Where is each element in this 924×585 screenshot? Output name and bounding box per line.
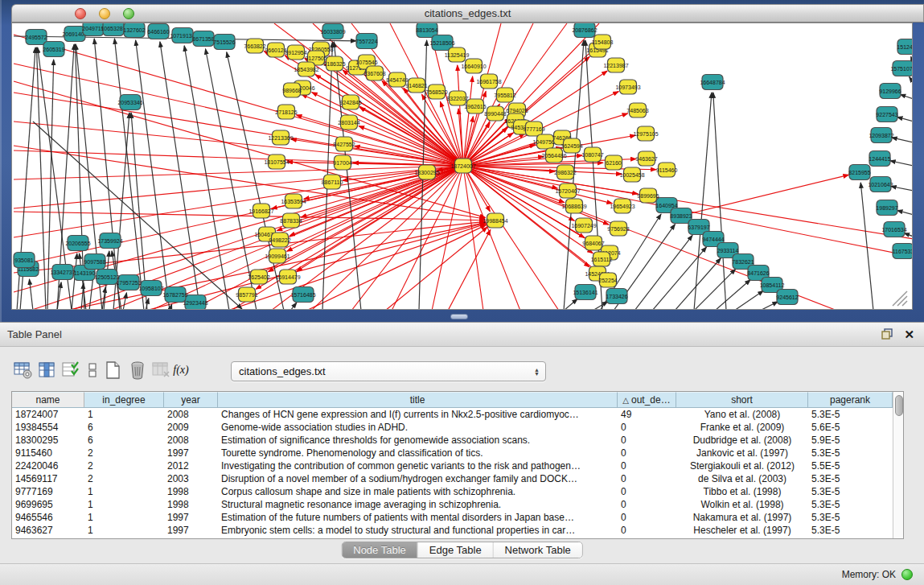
table-scrollbar[interactable] [893, 392, 903, 538]
close-window-icon[interactable] [75, 8, 86, 19]
column-header-name[interactable]: name [12, 392, 84, 407]
row-height-icon[interactable] [84, 359, 101, 381]
network-node[interactable]: 9756928 [607, 221, 629, 236]
table-row[interactable]: 1938455462009Genome-wide association stu… [12, 421, 893, 434]
panel-splitter-handle[interactable] [450, 314, 468, 319]
network-node[interactable]: 1733426 [606, 289, 627, 304]
citation-network-graph[interactable]: 2495572260531920691406204971910653287132… [12, 23, 913, 310]
table-row[interactable]: 977716911998Corpus callosum shape and si… [12, 485, 893, 498]
network-node[interactable]: 62160 [606, 155, 622, 170]
network-view-canvas[interactable]: 2495572260531920691406204971910653287132… [11, 23, 913, 310]
network-node[interactable]: 12213369 [268, 130, 293, 145]
network-node[interactable]: 1615112 [591, 252, 613, 266]
network-node[interactable]: 917004 [333, 155, 351, 170]
network-node[interactable]: 1167533 [893, 244, 913, 259]
network-node[interactable]: 13342737 [50, 265, 75, 280]
network-node[interactable]: 7485063 [626, 103, 648, 117]
network-node[interactable]: 2986322 [554, 165, 576, 179]
new-table-icon[interactable] [101, 359, 125, 381]
network-node[interactable]: 7568520 [425, 84, 447, 99]
network-node[interactable]: 7663822 [244, 39, 265, 53]
network-node[interactable]: 2495572 [25, 30, 47, 45]
delete-rows-icon[interactable] [125, 359, 150, 381]
network-node[interactable]: 9227543 [876, 107, 897, 122]
network-node[interactable]: 18107554 [264, 154, 289, 169]
network-node[interactable]: 19654923 [610, 199, 634, 213]
network-node[interactable]: 1080747 [581, 147, 603, 162]
table-select-dropdown[interactable]: citations_edges.txt ▲▼ [231, 361, 546, 381]
close-panel-icon[interactable]: ✕ [904, 328, 914, 340]
network-node[interactable]: 3624594 [561, 138, 582, 153]
network-node[interactable]: 9498222 [269, 233, 290, 247]
network-node[interactable]: 15751074 [890, 61, 913, 76]
network-node[interactable]: 17359924 [97, 233, 122, 249]
network-node[interactable]: 16961758 [476, 74, 501, 89]
network-node[interactable]: 10958107 [138, 281, 163, 296]
network-node[interactable]: 1154808 [592, 35, 614, 49]
network-node[interactable]: 9660124 [265, 43, 286, 57]
network-node[interactable]: 19099461 [265, 249, 290, 263]
network-node[interactable]: 2803144 [338, 115, 359, 130]
table-row[interactable]: 1456911722003Disruption of a novel membe… [12, 472, 893, 485]
column-header-pagerank[interactable]: pagerank [808, 392, 893, 407]
table-row[interactable]: 911546021997Tourette syndrome. Phenomeno… [12, 447, 893, 459]
column-header-short[interactable]: short [676, 392, 808, 407]
column-header-year[interactable]: year [164, 392, 218, 407]
table-row[interactable]: 946362711997Embryonic stem cells: a mode… [12, 524, 893, 537]
network-node[interactable]: 9777169 [523, 122, 544, 136]
network-node[interactable]: 1962615 [464, 99, 486, 113]
network-node[interactable]: 7625402 [248, 270, 269, 284]
column-visibility-icon[interactable] [35, 359, 60, 381]
network-node[interactable]: 1512480 [897, 39, 913, 55]
network-node[interactable]: 9129966 [879, 84, 901, 99]
table-row[interactable]: 969969511998Structural magnetic resonanc… [12, 498, 893, 511]
network-node[interactable]: 9097588 [84, 254, 105, 270]
function-builder-icon[interactable]: f(x) [174, 359, 191, 381]
network-node[interactable]: 2367608 [363, 66, 385, 80]
network-node[interactable]: 1989297 [876, 200, 897, 216]
network-node[interactable]: 20206555 [65, 236, 90, 251]
table-settings-icon[interactable] [11, 359, 35, 381]
network-node[interactable]: 8878334 [280, 213, 302, 228]
network-window-titlebar[interactable]: citations_edges.txt [11, 4, 924, 23]
network-node[interactable]: 7955812 [494, 88, 515, 102]
network-node[interactable]: 15716485 [290, 287, 315, 303]
network-node[interactable]: 252254 [598, 273, 617, 287]
delete-table-icon[interactable] [150, 359, 174, 381]
network-node[interactable]: 989668 [282, 83, 301, 97]
network-node[interactable]: 10719134 [170, 28, 195, 43]
network-node[interactable]: 8186325 [323, 56, 345, 71]
network-node[interactable]: 10210643 [868, 177, 893, 192]
network-node[interactable]: 2605319 [43, 42, 64, 57]
network-node[interactable]: 9899695 [637, 188, 659, 203]
column-header-title[interactable]: title [218, 392, 618, 407]
float-panel-icon[interactable] [881, 328, 894, 340]
network-node[interactable]: 7557224 [355, 34, 377, 49]
tab-network-table[interactable]: Network Table [494, 542, 582, 558]
network-node[interactable]: 7515526 [213, 35, 235, 50]
network-node[interactable]: 1327602 [123, 23, 145, 38]
network-node[interactable]: 16907249 [571, 218, 596, 233]
table-row[interactable]: 1830029562008Estimation of significance … [12, 434, 893, 447]
network-node[interactable]: 20953346 [117, 95, 142, 110]
network-node[interactable]: 12213987 [603, 58, 628, 72]
network-node[interactable]: 15136141 [573, 285, 598, 300]
network-node[interactable]: 17957253 [116, 275, 141, 290]
network-node[interactable]: 12505123 [94, 270, 119, 285]
table-row[interactable]: 2242004622012Investigating the contribut… [12, 459, 893, 472]
network-node[interactable]: 6466160 [147, 24, 169, 39]
network-node[interactable]: 1244415 [869, 151, 890, 167]
network-node[interactable]: 17016534 [881, 222, 906, 237]
network-node[interactable]: 8671358 [192, 31, 214, 47]
network-node[interactable]: 15720407 [555, 183, 580, 198]
minimize-window-icon[interactable] [99, 8, 110, 19]
network-node[interactable]: 10688639 [561, 199, 586, 213]
network-node[interactable]: 9463627 [635, 151, 657, 166]
network-node[interactable]: 16648784 [700, 75, 725, 90]
network-node[interactable]: 10653287 [101, 23, 125, 36]
tab-edge-table[interactable]: Edge Table [418, 542, 494, 558]
table-row[interactable]: 946554611997Estimation of the future num… [12, 511, 893, 524]
network-node[interactable]: 9242845 [339, 95, 361, 109]
network-node[interactable]: 20876862 [572, 23, 597, 38]
network-node[interactable]: 10973493 [615, 80, 640, 94]
